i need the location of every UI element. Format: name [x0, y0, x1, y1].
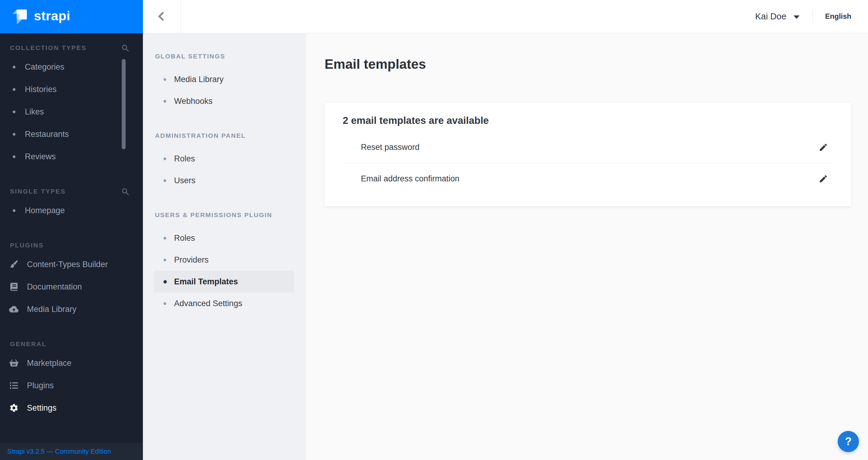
settings-item-admin-users[interactable]: Users — [154, 170, 294, 191]
section-global-settings: GLOBAL SETTINGS Media Library Webhooks — [143, 49, 306, 112]
template-name: Reset password — [361, 143, 420, 152]
edit-button[interactable] — [816, 141, 830, 154]
settings-item-label: Roles — [174, 154, 195, 163]
pencil-icon — [819, 174, 828, 184]
section-head: COLLECTION TYPES — [0, 40, 143, 56]
section-label: GLOBAL SETTINGS — [143, 49, 306, 64]
search-icon[interactable] — [121, 43, 130, 52]
topbar: Kai Doe English — [143, 0, 868, 33]
sidebar-item-plugins[interactable]: Plugins — [0, 374, 143, 397]
bullet-icon — [13, 155, 16, 158]
list-icon — [8, 380, 20, 391]
sidebar-item-label: Homepage — [25, 206, 65, 215]
section-head: SINGLE TYPES — [0, 184, 143, 199]
sidebar-footer: Strapi v3.2.5 — Community Edition — [0, 443, 143, 460]
section-single-types: SINGLE TYPES Homepage — [0, 184, 143, 222]
settings-item-label: Providers — [174, 255, 209, 265]
settings-item-admin-roles[interactable]: Roles — [154, 148, 294, 170]
settings-item-media-library[interactable]: Media Library — [154, 68, 294, 90]
section-label: PLUGINS — [10, 242, 44, 249]
section-head: GENERAL — [0, 336, 143, 352]
sidebar-item-label: Settings — [27, 403, 57, 413]
section-plugins: PLUGINS Content-Types Builder Documentat… — [0, 238, 143, 320]
language-label: English — [825, 12, 851, 21]
settings-item-providers[interactable]: Providers — [154, 249, 294, 271]
card-header: 2 email templates are available — [324, 103, 851, 132]
bullet-icon — [163, 100, 166, 103]
strapi-logo[interactable]: strapi — [0, 0, 143, 33]
sidebar-item-settings[interactable]: Settings — [0, 397, 143, 419]
basket-icon — [8, 357, 20, 369]
search-icon[interactable] — [121, 187, 130, 196]
right-region: Kai Doe English GLOBAL SETTINGS Media Li… — [143, 0, 868, 460]
version-link[interactable]: Strapi v3.2.5 — Community Edition — [7, 448, 111, 456]
bullet-icon — [163, 78, 166, 81]
bullet-icon — [163, 258, 166, 262]
pencil-icon — [819, 143, 828, 152]
main-sidebar: strapi COLLECTION TYPES Categories Histo… — [0, 0, 143, 460]
bullet-icon — [163, 280, 167, 283]
settings-item-webhooks[interactable]: Webhooks — [154, 90, 294, 112]
section-label: COLLECTION TYPES — [10, 44, 87, 52]
settings-item-label: Users — [174, 176, 195, 185]
edit-button[interactable] — [816, 172, 830, 185]
sidebar-item-marketplace[interactable]: Marketplace — [0, 352, 143, 374]
sidebar-item-content-types-builder[interactable]: Content-Types Builder — [0, 253, 143, 276]
strapi-logo-icon — [11, 8, 28, 25]
template-row-email-confirmation[interactable]: Email address confirmation — [324, 163, 851, 194]
language-selector[interactable]: English — [825, 0, 851, 33]
topbar-divider — [812, 10, 813, 23]
gear-icon — [8, 402, 20, 414]
sidebar-item-label: Plugins — [27, 381, 54, 390]
chevron-left-icon — [156, 10, 167, 22]
sidebar-nav: COLLECTION TYPES Categories Histories Li… — [0, 33, 143, 443]
cloud-upload-icon — [8, 303, 20, 315]
sidebar-item-label: Likes — [25, 107, 44, 117]
user-menu[interactable]: Kai Doe — [755, 0, 800, 33]
sidebar-item-label: Categories — [25, 62, 64, 72]
bullet-icon — [163, 237, 166, 240]
sidebar-scrollbar-thumb[interactable] — [122, 59, 126, 149]
settings-item-advanced-settings[interactable]: Advanced Settings — [154, 293, 294, 314]
chevron-down-icon — [794, 16, 800, 19]
paintbrush-icon — [8, 258, 20, 270]
section-label: ADMINISTRATION PANEL — [143, 128, 306, 144]
question-icon: ? — [845, 435, 851, 448]
template-row-reset-password[interactable]: Reset password — [324, 132, 851, 163]
sidebar-item-homepage[interactable]: Homepage — [0, 199, 143, 222]
sidebar-item-label: Documentation — [27, 282, 82, 292]
back-button[interactable] — [143, 0, 181, 33]
bullet-icon — [13, 111, 16, 113]
sidebar-item-label: Reviews — [25, 152, 56, 161]
bullet-icon — [163, 302, 166, 305]
help-button[interactable]: ? — [838, 431, 859, 452]
settings-item-up-roles[interactable]: Roles — [154, 227, 294, 249]
settings-item-label: Advanced Settings — [174, 299, 242, 308]
bullet-icon — [13, 66, 16, 68]
brand-wordmark: strapi — [34, 8, 70, 25]
app-window: strapi COLLECTION TYPES Categories Histo… — [0, 0, 868, 460]
topbar-spacer — [181, 0, 755, 33]
template-name: Email address confirmation — [361, 174, 460, 184]
sidebar-item-label: Restaurants — [25, 130, 69, 139]
bullet-icon — [13, 88, 16, 91]
user-name: Kai Doe — [755, 11, 786, 22]
section-label: SINGLE TYPES — [10, 188, 66, 195]
settings-item-label: Roles — [174, 234, 195, 243]
main-content: Email templates 2 email templates are av… — [306, 33, 868, 460]
sidebar-item-label: Content-Types Builder — [27, 260, 108, 269]
section-label: USERS & PERMISSIONS PLUGIN — [143, 207, 306, 223]
section-users-permissions-plugin: USERS & PERMISSIONS PLUGIN Roles Provide… — [143, 207, 306, 314]
sidebar-item-documentation[interactable]: Documentation — [0, 276, 143, 298]
sidebar-item-label: Media Library — [27, 305, 76, 314]
bullet-icon — [163, 179, 166, 182]
section-general: GENERAL Marketplace Plugins — [0, 336, 143, 419]
content-region: GLOBAL SETTINGS Media Library Webhooks A… — [143, 33, 868, 460]
sidebar-item-media-library[interactable]: Media Library — [0, 298, 143, 320]
settings-sidebar: GLOBAL SETTINGS Media Library Webhooks A… — [143, 33, 306, 460]
page-title: Email templates — [324, 55, 851, 73]
settings-item-email-templates[interactable]: Email Templates — [154, 271, 294, 293]
sidebar-item-reviews[interactable]: Reviews — [0, 145, 143, 168]
bullet-icon — [163, 157, 166, 160]
settings-item-label: Email Templates — [174, 277, 238, 286]
